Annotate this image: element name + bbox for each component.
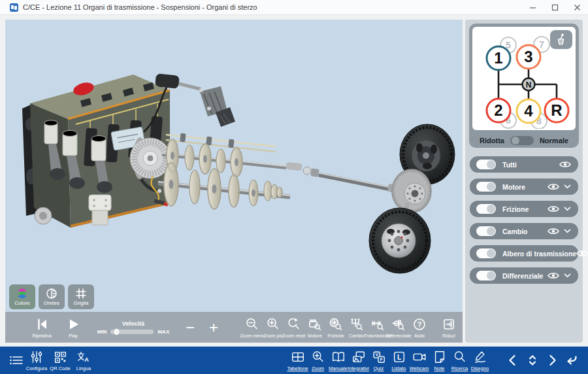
shadows-button[interactable]: Ombre [39, 284, 65, 309]
range-toggle[interactable] [510, 136, 534, 145]
close-button[interactable] [566, 0, 588, 14]
chevron-down-icon[interactable] [564, 273, 571, 278]
next-button[interactable] [542, 352, 562, 368]
integrativi-button[interactable]: Integrativi [348, 350, 368, 371]
zoom-out-button[interactable]: − [180, 321, 200, 334]
maximize-button[interactable] [544, 0, 566, 14]
webcam-button[interactable]: Webcam [409, 350, 429, 371]
driveshaft-model [286, 162, 401, 195]
eye-icon[interactable] [547, 227, 559, 235]
tool-frizione[interactable]: Frizione [325, 317, 346, 338]
collapse-button[interactable]: Riduci [438, 317, 460, 338]
open-book-icon [331, 350, 346, 364]
motore-label: Motore [502, 183, 525, 191]
expand-collapse-button[interactable] [523, 352, 542, 368]
tool-differenziale[interactable]: Differenziale [388, 317, 409, 338]
chevron-down-icon[interactable] [564, 229, 571, 233]
svg-text:N: N [526, 80, 532, 90]
speed-slider[interactable] [110, 330, 154, 334]
eye-icon[interactable] [547, 271, 559, 280]
frizione-toggle[interactable] [476, 204, 496, 214]
configura-button[interactable]: Configura [25, 350, 48, 371]
3d-viewport[interactable]: Colore Ombre Griglia [5, 20, 463, 343]
magnifier-minus-icon [245, 317, 259, 332]
menu-list-icon [8, 353, 24, 367]
tool-zoom-meno[interactable]: Zoom meno [242, 317, 263, 338]
note-button[interactable]: Note [429, 350, 449, 371]
color-button[interactable]: Colore [9, 284, 35, 309]
tools-run: Zoom meno Zoom più Zoom reset [242, 317, 430, 338]
sliders-icon [29, 350, 44, 364]
layer-row-albero[interactable]: Albero di trasmissione [470, 245, 578, 262]
images-icon [351, 350, 366, 364]
pen-drawing-icon [473, 350, 487, 364]
play-button[interactable]: Play [60, 317, 86, 338]
albero-label: Albero di trasmissione [502, 250, 576, 258]
chevron-down-icon[interactable] [564, 207, 571, 211]
cambio-label: Cambio [502, 228, 528, 235]
shift-pattern-diagram: 5 7 6 8 1 3 2 4 [472, 27, 576, 130]
tool-motore[interactable]: Motore [304, 317, 325, 338]
menu-button[interactable] [8, 353, 25, 367]
gear-lever-button[interactable] [550, 30, 572, 49]
eye-icon[interactable] [559, 160, 571, 169]
svg-text:3: 3 [524, 48, 532, 65]
albero-toggle[interactable] [476, 248, 496, 258]
magnifier-plus-icon [266, 317, 280, 332]
tool-zoom-piu[interactable]: Zoom più [263, 317, 284, 338]
restart-button[interactable]: Ripristina [29, 317, 55, 338]
layer-row-frizione[interactable]: Frizione [470, 201, 578, 217]
layer-row-cambio[interactable]: Cambio [470, 223, 578, 239]
minimize-button[interactable] [521, 0, 544, 14]
tool-zoom-reset[interactable]: Zoom reset [284, 317, 304, 338]
zoom-button[interactable]: Zoom [308, 350, 328, 371]
lingua-button[interactable]: A Lingua [72, 350, 95, 371]
zoom-in-button[interactable]: + [204, 321, 223, 334]
svg-text:L: L [397, 354, 400, 361]
playback-control-bar: Ripristina Play Velocità MIN MAX − [5, 312, 463, 343]
differenziale-toggle[interactable] [476, 271, 496, 280]
speed-max-label: MAX [157, 329, 169, 335]
tutti-toggle[interactable] [476, 160, 496, 169]
tool-trasmissione[interactable]: Trasmissione [367, 317, 388, 338]
manuale-button[interactable]: Manuale [328, 350, 348, 371]
layer-row-motore[interactable]: Motore [470, 178, 578, 195]
sidebar: 5 7 6 8 1 3 2 4 [465, 20, 583, 343]
speed-slider-knob[interactable] [113, 328, 120, 335]
board-grid-icon [291, 350, 305, 364]
disegno-button[interactable]: Disegno [470, 350, 490, 371]
qr-code-button[interactable]: QR Code [48, 350, 72, 371]
ricerca-button[interactable]: Ricerca [449, 350, 470, 371]
eye-icon[interactable] [547, 205, 559, 213]
cambio-toggle[interactable] [476, 226, 496, 236]
collapse-box-icon [442, 317, 456, 332]
previous-button[interactable] [503, 352, 523, 368]
title-bar: C/CE - Lezione 11 Organi di trasmissione… [0, 0, 588, 15]
help-button[interactable]: ? Aiuto [409, 317, 430, 338]
svg-text:?: ? [417, 320, 422, 328]
quiz-button[interactable]: V F Quiz [368, 350, 389, 371]
chevron-right-icon [544, 352, 560, 368]
grid-button[interactable]: Griglia [68, 284, 94, 309]
app-window: C/CE - Lezione 11 Organi di trasmissione… [0, 0, 588, 374]
eye-icon[interactable] [547, 182, 559, 191]
listato-button[interactable]: L Listato [389, 350, 409, 371]
svg-text:R: R [551, 101, 562, 119]
eye-icon[interactable] [576, 249, 588, 258]
motore-toggle[interactable] [476, 182, 496, 192]
shadows-button-label: Ombre [44, 300, 59, 306]
layer-row-tutti[interactable]: Tutti [470, 156, 578, 173]
return-button[interactable] [562, 352, 581, 368]
svg-text:A: A [84, 356, 89, 363]
range-toggle-knob[interactable] [512, 137, 519, 144]
gearshift-magnifier-icon [350, 317, 364, 332]
tabellone-button[interactable]: Tabellone [287, 350, 308, 371]
magnifier-icon [453, 350, 467, 364]
chevron-down-icon[interactable] [564, 184, 571, 189]
ridotta-label: Ridotta [480, 137, 504, 144]
layer-row-differenziale[interactable]: Differenziale [470, 267, 578, 284]
video-camera-icon [412, 350, 427, 364]
taskbar-nav-group [503, 352, 581, 368]
svg-text:F: F [380, 356, 382, 361]
differential-magnifier-icon [391, 317, 406, 332]
